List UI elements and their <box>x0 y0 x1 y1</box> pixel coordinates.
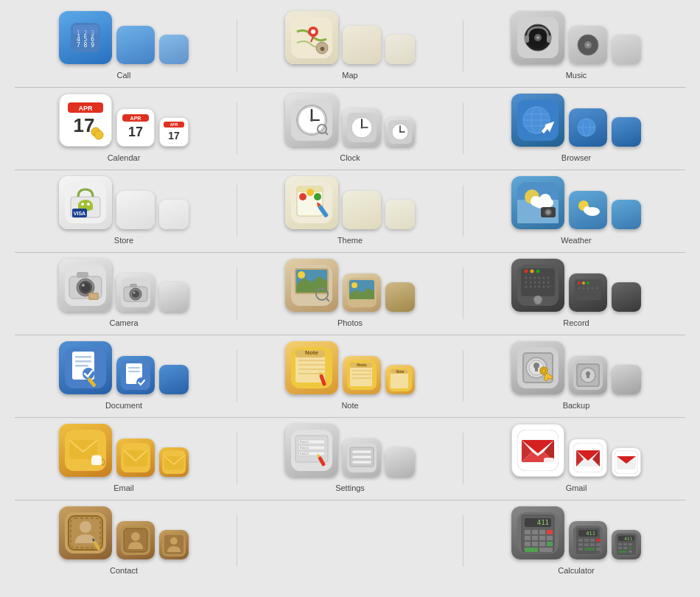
calendar-icon-sm[interactable]: APR 17 <box>159 117 189 147</box>
weather-label: Weather <box>561 236 591 245</box>
svg-point-144 <box>587 287 589 290</box>
note-icon-lg[interactable]: Note <box>285 341 338 394</box>
theme-icon-sm[interactable] <box>385 200 415 229</box>
document-icons <box>59 341 189 394</box>
svg-rect-249 <box>539 530 545 534</box>
svg-text:7 8 9: 7 8 9 <box>77 42 94 49</box>
svg-point-124 <box>547 277 550 279</box>
camera-icon-sm[interactable] <box>159 282 189 312</box>
calculator-icon-md[interactable]: 411 <box>569 521 607 559</box>
call-icon-md[interactable] <box>116 26 155 64</box>
camera-label: Camera <box>109 318 138 327</box>
group-camera: Camera <box>15 259 233 327</box>
svg-rect-151 <box>75 365 88 367</box>
calculator-icon-lg[interactable]: 411 <box>511 506 564 559</box>
map-icon-md[interactable] <box>343 26 381 64</box>
weather-icon-lg[interactable] <box>511 176 564 229</box>
record-icons <box>511 259 641 312</box>
contact-icon-lg[interactable] <box>59 506 112 559</box>
clock-icon-md[interactable] <box>343 108 381 147</box>
theme-icon-lg[interactable] <box>285 176 338 229</box>
record-icon-sm[interactable] <box>612 282 641 312</box>
group-theme: Theme <box>241 176 459 245</box>
gmail-icon-md[interactable] <box>569 439 607 477</box>
svg-point-95 <box>82 284 85 287</box>
email-icon-md[interactable] <box>116 439 155 477</box>
store-icon-lg[interactable]: VISA <box>59 176 112 229</box>
svg-point-129 <box>543 282 545 284</box>
gmail-label: Gmail <box>566 483 587 492</box>
document-icon-lg[interactable] <box>59 341 112 394</box>
gmail-icon-lg[interactable] <box>511 424 564 477</box>
gmail-icon-sm[interactable] <box>612 447 641 477</box>
divider-4a <box>237 268 237 319</box>
svg-rect-253 <box>539 536 545 540</box>
backup-icon-lg[interactable] <box>511 341 564 394</box>
browser-icon-lg[interactable] <box>511 94 564 147</box>
group-calculator: 411 <box>467 506 685 575</box>
svg-point-103 <box>133 292 136 294</box>
store-icon-sm[interactable] <box>159 200 189 229</box>
svg-rect-156 <box>128 367 140 369</box>
svg-point-186 <box>540 367 547 374</box>
settings-icon-md[interactable] <box>343 439 381 477</box>
svg-text:Note: Note <box>396 369 404 374</box>
group-calendar: APR 17 APR 17 <box>15 94 233 162</box>
weather-icon-md[interactable] <box>569 191 607 229</box>
weather-icon-sm[interactable] <box>612 200 641 229</box>
svg-rect-271 <box>590 543 595 546</box>
clock-icon-lg[interactable] <box>285 94 338 147</box>
music-icon-sm[interactable] <box>612 35 641 64</box>
contact-icon-sm[interactable] <box>159 530 189 559</box>
backup-icon-sm[interactable] <box>612 365 641 394</box>
browser-icon-sm[interactable] <box>612 117 641 147</box>
email-icon-lg[interactable] <box>59 424 112 477</box>
svg-rect-265 <box>578 539 583 542</box>
clock-icon-sm[interactable] <box>385 117 415 147</box>
call-icon-lg[interactable]: 1 2 3 4 5 6 7 8 9 <box>59 11 112 64</box>
document-icon-sm[interactable] <box>159 365 189 394</box>
svg-rect-16 <box>547 35 551 43</box>
photos-icon-md[interactable] <box>343 273 381 312</box>
group-music: Music <box>467 11 685 80</box>
calendar-icon-lg[interactable]: APR 17 <box>59 94 112 147</box>
music-icon-md[interactable] <box>569 26 607 64</box>
row-3: VISA Store <box>15 176 685 253</box>
calendar-icon-md[interactable]: APR 17 <box>116 108 155 147</box>
svg-point-136 <box>547 286 550 288</box>
svg-rect-214 <box>352 455 371 458</box>
svg-point-116 <box>525 270 528 273</box>
theme-icon-md[interactable] <box>343 191 381 229</box>
settings-icon-sm[interactable] <box>385 447 415 477</box>
record-icon-lg[interactable] <box>511 259 564 312</box>
store-icon-md[interactable] <box>116 191 155 229</box>
svg-rect-252 <box>532 536 538 540</box>
calculator-label: Calculator <box>558 566 595 575</box>
document-icon-md[interactable] <box>116 356 155 394</box>
settings-icon-lg[interactable]: Field 1 Field 2 Field 3 <box>285 424 338 477</box>
svg-rect-274 <box>584 548 595 551</box>
svg-rect-282 <box>629 543 632 545</box>
music-icon-lg[interactable] <box>511 11 564 64</box>
svg-rect-285 <box>629 547 632 549</box>
email-icon-sm[interactable] <box>159 447 189 477</box>
photos-icon-sm[interactable] <box>385 282 415 312</box>
backup-icon-md[interactable] <box>569 356 607 394</box>
map-icon-lg[interactable]: ⊕ <box>285 11 338 64</box>
note-icon-sm[interactable]: Note <box>385 365 415 394</box>
svg-rect-4 <box>73 25 98 34</box>
row-7: Contact 411 <box>15 506 685 582</box>
call-icon-sm[interactable] <box>159 35 189 64</box>
camera-icon-lg[interactable] <box>59 259 112 312</box>
svg-text:411: 411 <box>624 536 632 541</box>
photos-icon-lg[interactable] <box>285 259 338 312</box>
svg-point-126 <box>530 282 532 284</box>
calculator-icon-sm[interactable]: 411 <box>612 530 641 559</box>
browser-icon-md[interactable] <box>569 108 607 147</box>
camera-icon-md[interactable] <box>116 273 155 312</box>
map-icon-sm[interactable] <box>385 35 415 64</box>
record-icon-md[interactable] <box>569 273 607 312</box>
group-document: Document <box>15 341 233 410</box>
note-icon-md[interactable]: Note <box>343 356 381 394</box>
contact-icon-md[interactable] <box>116 521 155 559</box>
